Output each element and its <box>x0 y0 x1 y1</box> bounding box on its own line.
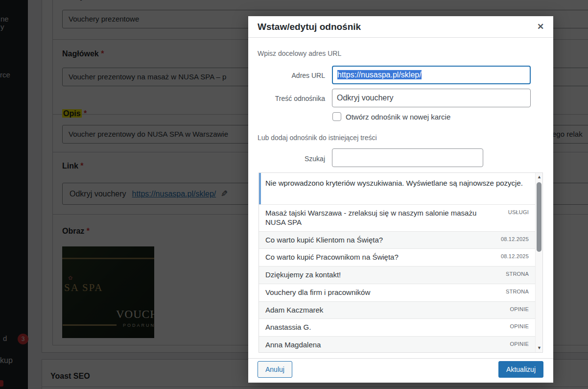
link-text-field-label: Treść odnośnika <box>248 95 325 102</box>
result-item[interactable]: Co warto kupić Pracownikom na Święta? 08… <box>259 248 542 266</box>
existing-content-section-label: Lub dodaj odnośnik do istniejącej treści <box>258 134 377 142</box>
open-new-tab-checkbox[interactable] <box>332 112 341 121</box>
search-results-list: Nie wprowadzono kryteriów wyszukiwania. … <box>259 172 543 353</box>
result-meta: 08.12.2025 <box>501 253 529 260</box>
result-item[interactable]: Anastassia G. OPINIE <box>259 318 542 336</box>
result-item[interactable]: Masaż tajski Warszawa - zrelaksuj się w … <box>259 204 542 231</box>
cancel-button[interactable]: Anuluj <box>258 361 292 378</box>
scrollbar-thumb[interactable] <box>537 182 541 252</box>
result-meta: OPINIE <box>510 306 529 313</box>
scroll-up-icon[interactable]: ▲ <box>536 173 543 181</box>
modal-title: Wstaw/edytuj odnośnik <box>258 16 361 38</box>
result-title: Anna Magdalena <box>265 340 486 350</box>
result-meta: USŁUGI <box>508 209 529 216</box>
list-scrollbar[interactable]: ▲ ▼ <box>535 173 542 352</box>
result-title: Adam Kaczmarek <box>265 306 486 315</box>
update-button[interactable]: Aktualizuj <box>498 361 543 378</box>
result-title: Co warto kupić Pracownikom na Święta? <box>265 253 486 262</box>
result-title: Dziękujemy za kontakt! <box>265 270 486 280</box>
footer-divider <box>248 358 553 359</box>
scroll-down-icon[interactable]: ▼ <box>536 344 543 352</box>
search-field-label: Szukaj <box>248 155 325 163</box>
insert-link-modal: Wstaw/edytuj odnośnik ✕ Wpisz docelowy a… <box>248 16 553 383</box>
link-text-input[interactable]: Odkryj vouchery <box>332 89 531 107</box>
result-title: Co warto kupić Klientom na Święta? <box>265 236 486 245</box>
result-title: Masaż tajski Warszawa - zrelaksuj się w … <box>265 209 486 227</box>
result-item[interactable]: Anna Magdalena OPINIE <box>259 336 542 353</box>
page: Sekcja Vouchery prezentowe Nagłówek * Vo… <box>0 0 588 389</box>
no-search-criteria-notice: Nie wprowadzono kryteriów wyszukiwania. … <box>259 173 542 204</box>
result-meta: OPINIE <box>510 323 529 330</box>
result-meta: STRONA <box>506 289 529 295</box>
selected-url-text: https://nusaspa.pl/sklep/ <box>337 70 422 79</box>
enter-url-section-label: Wpisz docelowy adres URL <box>258 49 341 57</box>
result-item[interactable]: Co warto kupić Klientom na Święta? 08.12… <box>259 231 542 249</box>
open-new-tab-label[interactable]: Otwórz odnośnik w nowej karcie <box>346 113 450 121</box>
modal-header: Wstaw/edytuj odnośnik ✕ <box>248 16 553 38</box>
result-title: Vouchery dla firm i pracowników <box>265 288 486 297</box>
close-icon[interactable]: ✕ <box>534 20 547 34</box>
result-meta: STRONA <box>506 271 529 278</box>
result-item[interactable]: Adam Kaczmarek OPINIE <box>259 301 542 319</box>
result-meta: 08.12.2025 <box>501 236 529 243</box>
result-item[interactable]: Dziękujemy za kontakt! STRONA <box>259 266 542 284</box>
result-item[interactable]: Vouchery dla firm i pracowników STRONA <box>259 284 542 301</box>
result-meta: OPINIE <box>510 341 529 348</box>
url-input[interactable]: https://nusaspa.pl/sklep/ <box>332 66 531 84</box>
search-input[interactable] <box>332 148 483 167</box>
result-title: Anastassia G. <box>265 323 486 332</box>
url-field-label: Adres URL <box>248 72 325 79</box>
